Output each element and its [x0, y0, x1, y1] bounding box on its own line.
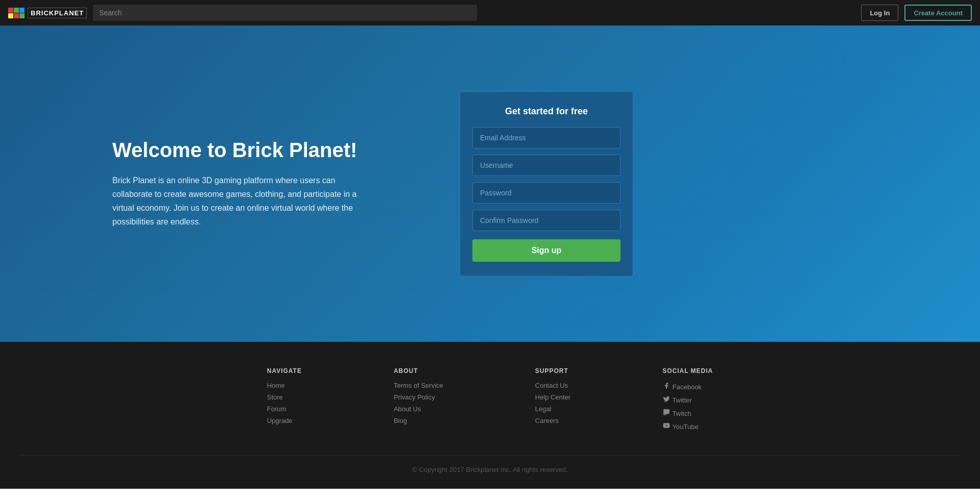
navbar: BRICKPLANET Log In Create Account	[0, 0, 980, 26]
footer-link-tos[interactable]: Terms of Service	[394, 382, 443, 389]
footer-about-heading: ABOUT	[394, 367, 443, 374]
signup-card-title: Get started for free	[472, 106, 620, 117]
footer-link-blog[interactable]: Blog	[394, 417, 443, 424]
footer-navigate-heading: NAVIGATE	[267, 367, 302, 374]
youtube-label: YouTube	[673, 423, 699, 431]
footer-link-forum[interactable]: Forum	[267, 405, 302, 413]
facebook-label: Facebook	[673, 383, 702, 391]
logo-grid	[8, 8, 25, 18]
signup-card: Get started for free Sign up	[460, 91, 633, 277]
logo-text: BRICKPLANET	[28, 8, 87, 18]
username-field[interactable]	[472, 155, 620, 176]
hero-content: Welcome to Brick Planet! Brick Planet is…	[112, 139, 419, 229]
footer-link-youtube[interactable]: YouTube	[662, 421, 713, 431]
footer-link-upgrade[interactable]: Upgrade	[267, 417, 302, 424]
email-field[interactable]	[472, 127, 620, 148]
youtube-icon	[662, 421, 671, 430]
hero-section: Welcome to Brick Planet! Brick Planet is…	[0, 26, 980, 342]
footer-support-heading: SUPPORT	[535, 367, 570, 374]
logo[interactable]: BRICKPLANET	[8, 8, 87, 18]
footer-copyright: © Copyright 2017 Brickplanet Inc. All ri…	[20, 455, 960, 473]
twitch-label: Twitch	[673, 410, 691, 417]
footer-navigate: NAVIGATE Home Store Forum Upgrade	[267, 367, 302, 435]
footer-columns: NAVIGATE Home Store Forum Upgrade ABOUT …	[0, 367, 980, 435]
footer-link-home[interactable]: Home	[267, 382, 302, 389]
signup-button[interactable]: Sign up	[472, 239, 620, 262]
footer-link-contact[interactable]: Contact Us	[535, 382, 570, 389]
footer-about: ABOUT Terms of Service Privacy Policy Ab…	[394, 367, 443, 435]
footer-link-legal[interactable]: Legal	[535, 405, 570, 413]
facebook-icon	[662, 382, 671, 390]
footer-link-twitch[interactable]: Twitch	[662, 408, 713, 417]
twitch-icon	[662, 408, 671, 416]
twitter-label: Twitter	[673, 396, 692, 404]
footer: NAVIGATE Home Store Forum Upgrade ABOUT …	[0, 342, 980, 489]
footer-link-store[interactable]: Store	[267, 393, 302, 401]
confirm-password-field[interactable]	[472, 210, 620, 231]
create-account-button[interactable]: Create Account	[904, 5, 972, 21]
footer-link-privacy[interactable]: Privacy Policy	[394, 393, 443, 401]
login-button[interactable]: Log In	[861, 5, 898, 21]
hero-title: Welcome to Brick Planet!	[112, 139, 419, 161]
footer-link-facebook[interactable]: Facebook	[662, 382, 713, 391]
twitter-icon	[662, 395, 671, 403]
password-field[interactable]	[472, 182, 620, 204]
footer-link-twitter[interactable]: Twitter	[662, 395, 713, 404]
footer-link-about[interactable]: About Us	[394, 405, 443, 413]
hero-description: Brick Planet is an online 3D gaming plat…	[112, 173, 368, 229]
footer-support: SUPPORT Contact Us Help Center Legal Car…	[535, 367, 570, 435]
footer-link-careers[interactable]: Careers	[535, 417, 570, 424]
footer-social-heading: SOCIAL MEDIA	[662, 367, 713, 374]
search-input[interactable]	[93, 5, 477, 21]
footer-link-help[interactable]: Help Center	[535, 393, 570, 401]
footer-social: SOCIAL MEDIA Facebook Twitter Twitch	[662, 367, 713, 435]
